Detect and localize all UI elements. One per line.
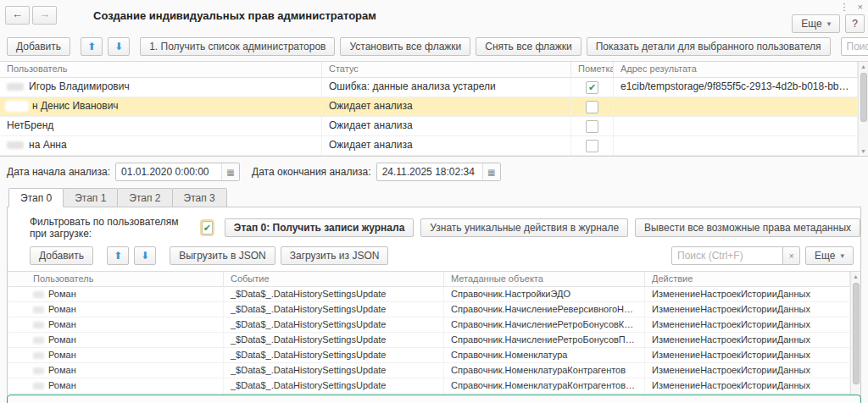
import-json-button[interactable]: Загрузить из JSON [281,246,389,265]
set-all-flags-button[interactable]: Установить все флажки [340,37,470,56]
dates-row: Дата начала анализа: 01.01.2020 0:00:00 … [0,163,868,181]
calendar-icon[interactable]: ▦ [221,163,239,180]
window-close-icon[interactable]: × [858,2,863,13]
journal-more-button[interactable]: Еще ▾ [805,246,854,265]
end-date-value[interactable]: 24.11.2025 18:02:34 [377,166,482,178]
window-more-button[interactable]: Еще ▾ [792,14,840,33]
user-cell: Игорь Владимирович [0,78,322,97]
journal-table-row[interactable]: Роман _$Data$_.DataHistorySettingsUpdate… [8,378,850,394]
add-record-button[interactable]: Добавить [30,246,93,265]
scroll-up-icon[interactable]: ▲ [853,272,859,281]
metadata-cell: Справочник.НачислениеРеверсивногоНДСПрис… [444,302,645,317]
add-user-button[interactable]: Добавить [7,37,70,56]
forward-icon: → [39,8,50,20]
row-checkbox[interactable] [586,120,598,133]
journal-table-row[interactable]: Роман _$Data$_.DataHistorySettingsUpdate… [8,363,850,378]
show-details-button[interactable]: Показать детали для выбранного пользоват… [587,37,831,56]
arrow-up-icon: ⬆ [87,41,96,52]
action-cell: ИзменениеНастроекИсторииДанных [645,348,850,362]
journal-table-row[interactable]: Роман _$Data$_.DataHistorySettingsUpdate… [8,317,850,333]
stage-tab[interactable]: Этап 3 [172,188,227,207]
unique-actions-button[interactable]: Узнать уникальные действия в журнале [420,218,628,237]
redacted-text [7,83,24,91]
calendar-icon[interactable]: ▦ [482,163,500,180]
metadata-cell: Справочник.НоменклатураКонтрагентовПрисо… [444,378,645,393]
user-table-row[interactable]: на Анна Ожидает анализа [0,136,858,156]
journal-table-row[interactable]: Роман _$Data$_.DataHistorySettingsUpdate… [8,302,850,317]
scroll-thumb[interactable] [860,73,867,122]
status-cell: Ожидает анализа [322,117,571,135]
filter-label: Фильтровать по пользователям при загрузк… [30,216,195,240]
metadata-rights-button[interactable]: Вывести все возможные права метаданных [635,218,860,237]
status-cell: Ожидает анализа [322,97,571,116]
help-button[interactable]: ? [845,14,865,33]
end-date-field[interactable]: 24.11.2025 18:02:34 ▦ [376,163,501,181]
export-json-button[interactable]: Выгрузить в JSON [170,246,275,265]
users-table: Пользователь Статус Пометка Адрес резуль… [0,61,868,157]
move-up-button[interactable]: ⬆ [107,246,129,265]
status-cell: Ошибка: данные анализа устарели [322,78,571,97]
move-down-button[interactable]: ⬇ [134,246,156,265]
metadata-cell: Справочник.НачислениеРетроБонусовПоставщ… [444,333,645,347]
start-date-value[interactable]: 01.01.2020 0:00:00 [116,166,221,178]
user-table-row[interactable]: НетБренд Ожидает анализа [0,117,858,136]
page-title: Создание индивидуальных прав администрат… [93,9,376,22]
scroll-down-icon[interactable]: ▼ [860,146,866,156]
journal-table-row[interactable]: Роман _$Data$_.DataHistorySettingsUpdate… [8,287,850,302]
result-address-cell [614,136,858,155]
redacted-text [33,291,44,298]
users-search-input[interactable] [841,37,868,56]
column-header-address[interactable]: Адрес результата [614,62,858,77]
forward-button[interactable]: → [32,6,57,25]
user-table-row[interactable]: н Денис Иванович Ожидает анализа [0,97,858,117]
tab-label: Этап 2 [129,192,160,204]
user-cell: на Анна [0,136,322,155]
journal-table-row[interactable]: Роман _$Data$_.DataHistorySettingsUpdate… [8,348,850,363]
stage0-panel: Фильтровать по пользователям при загрузк… [7,207,861,403]
kebab-menu-icon[interactable]: ⋮ [840,2,849,13]
row-checkbox[interactable] [586,101,598,113]
get-journal-records-button[interactable]: Этап 0: Получить записи журнала [225,218,414,237]
metadata-cell: Справочник.НастройкиЭДО [444,287,645,301]
status-cell: Ожидает анализа [322,136,571,155]
event-cell: _$Data$_.DataHistorySettingsUpdate [224,333,444,347]
column-header-action[interactable]: Действие [645,272,850,286]
column-header-status[interactable]: Статус [322,62,571,77]
user-cell: Роман [8,363,224,378]
column-header-event[interactable]: Событие [224,272,444,286]
scroll-up-icon[interactable]: ▲ [860,62,866,71]
journal-table: Пользователь Событие Метаданные объекта … [8,271,860,403]
journal-table-scrollbar[interactable]: ▲ ▼ [850,272,860,403]
column-header-user[interactable]: Пользователь [8,272,224,286]
user-cell: Роман [8,378,224,393]
row-checkbox[interactable]: ✔ [586,81,598,94]
scroll-thumb[interactable] [853,283,860,384]
column-header-user[interactable]: Пользователь [0,62,322,77]
start-date-field[interactable]: 01.01.2020 0:00:00 ▦ [115,163,240,181]
move-up-button[interactable]: ⬆ [81,37,103,56]
back-button[interactable]: ← [5,6,30,25]
clear-all-flags-button[interactable]: Снять все флажки [476,37,581,56]
journal-search-input[interactable] [671,246,783,265]
event-cell: _$Data$_.DataHistorySettingsUpdate [224,363,444,378]
journal-table-body: Роман _$Data$_.DataHistorySettingsUpdate… [8,287,850,403]
column-header-metadata[interactable]: Метаданные объекта [444,272,645,286]
redacted-text [33,383,44,389]
user-table-row[interactable]: Игорь Владимирович Ошибка: данные анализ… [0,78,858,97]
row-checkbox[interactable] [586,140,598,152]
filter-checkbox[interactable]: ✔ [202,221,213,235]
arrow-down-icon: ⬇ [141,250,149,262]
notification-bar[interactable] [7,395,861,403]
clear-search-icon[interactable]: × [783,246,800,265]
move-down-button[interactable]: ⬇ [108,37,130,56]
journal-table-row[interactable]: Роман _$Data$_.DataHistorySettingsUpdate… [8,333,850,348]
users-table-scrollbar[interactable]: ▲ ▼ [858,62,868,156]
column-header-mark[interactable]: Пометка [571,62,614,77]
mark-cell [571,97,614,116]
get-admin-list-button[interactable]: 1. Получить список администраторов [140,37,335,56]
redacted-text [33,352,44,359]
stage-tab[interactable]: Этап 1 [63,188,118,207]
stage-tab[interactable]: Этап 2 [117,188,172,207]
user-cell: Роман [8,348,224,362]
stage-tab[interactable]: Этап 0 [8,188,64,207]
